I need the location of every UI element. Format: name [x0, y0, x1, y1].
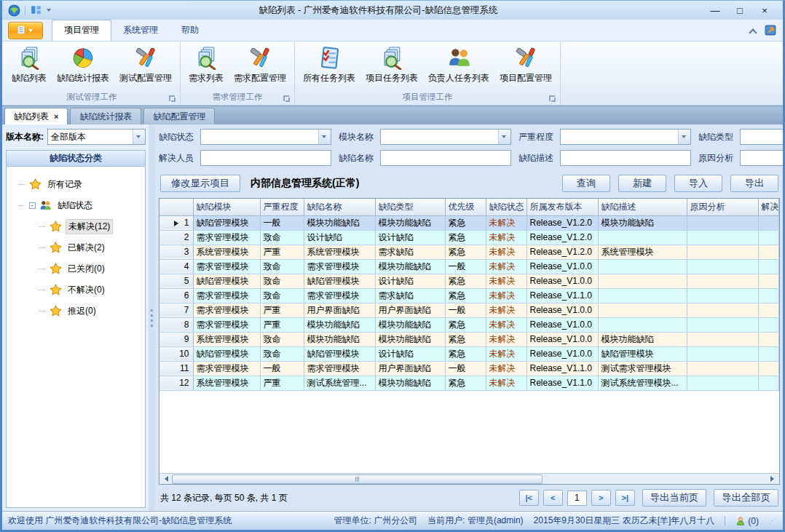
table-cell[interactable]: [598, 259, 687, 274]
table-cell[interactable]: [598, 288, 687, 303]
column-header[interactable]: 缺陷模块: [193, 199, 260, 215]
table-cell[interactable]: 设计缺陷: [304, 230, 375, 245]
filter-combobox[interactable]: [380, 129, 511, 145]
table-cell[interactable]: 致命: [260, 288, 304, 303]
chevron-down-icon[interactable]: [318, 130, 331, 144]
table-cell[interactable]: 未解决: [486, 274, 526, 288]
table-cell[interactable]: 系统管理模块: [193, 332, 260, 346]
table-cell[interactable]: 紧急: [445, 332, 486, 346]
table-cell[interactable]: [687, 361, 758, 376]
table-cell[interactable]: Release_V1.2.0: [526, 215, 598, 230]
table-cell[interactable]: Release_V1.0.0: [526, 303, 598, 317]
scrollbar-thumb[interactable]: [172, 475, 543, 484]
table-row[interactable]: 2需求管理模块致命设计缺陷设计缺陷紧急未解决Release_V1.2.0: [159, 230, 779, 245]
page-number-input[interactable]: [567, 491, 587, 506]
filter-input-field[interactable]: [201, 151, 331, 165]
maximize-button[interactable]: □: [727, 5, 752, 16]
column-header[interactable]: 严重程度: [260, 199, 304, 215]
filter-combobox[interactable]: [560, 129, 691, 145]
table-cell[interactable]: 紧急: [445, 288, 486, 303]
table-cell[interactable]: 紧急: [445, 274, 486, 288]
ribbon-button-defect-list[interactable]: 缺陷列表: [7, 44, 52, 87]
table-cell[interactable]: 模块功能缺陷: [304, 317, 375, 332]
table-cell[interactable]: 严重: [260, 317, 304, 332]
tree-item[interactable]: 不解决(0): [8, 279, 143, 301]
column-header[interactable]: 所属发布版本: [526, 199, 598, 215]
table-cell[interactable]: 模块功能缺陷: [598, 215, 687, 230]
table-cell[interactable]: 需求管理模块: [193, 303, 260, 317]
table-cell[interactable]: 模块功能缺陷: [598, 332, 687, 346]
table-cell[interactable]: [598, 317, 687, 332]
table-cell[interactable]: [687, 245, 758, 259]
table-cell[interactable]: Release_V1.2.0: [526, 245, 598, 259]
table-cell[interactable]: [758, 215, 779, 230]
table-cell[interactable]: 致命: [260, 274, 304, 288]
table-cell[interactable]: 模块功能缺陷: [375, 376, 445, 390]
close-button[interactable]: ×: [752, 5, 777, 16]
table-cell[interactable]: 缺陷管理模块: [193, 215, 260, 230]
table-cell[interactable]: [687, 259, 758, 274]
row-header[interactable]: 9: [159, 332, 193, 346]
table-cell[interactable]: 设计缺陷: [375, 274, 445, 288]
table-cell[interactable]: 需求管理模块: [304, 259, 375, 274]
horizontal-scrollbar[interactable]: [159, 473, 779, 484]
table-cell[interactable]: 用户界面缺陷: [304, 303, 375, 317]
table-cell[interactable]: 未解决: [486, 317, 526, 332]
table-cell[interactable]: [598, 303, 687, 317]
table-cell[interactable]: 缺陷管理模块: [193, 274, 260, 288]
table-cell[interactable]: 模块功能缺陷: [375, 332, 445, 346]
table-cell[interactable]: 未解决: [486, 215, 526, 230]
table-cell[interactable]: 需求管理模块: [193, 288, 260, 303]
table-cell[interactable]: [758, 259, 779, 274]
filter-input-field[interactable]: [381, 151, 510, 165]
table-row[interactable]: 4需求管理模块致命需求管理模块模块功能缺陷一般未解决Release_V1.0.0: [159, 259, 779, 274]
filter-input-field[interactable]: [381, 130, 498, 144]
table-cell[interactable]: [687, 317, 758, 332]
scroll-right-icon[interactable]: [768, 474, 779, 484]
table-cell[interactable]: Release_V1.0.0: [526, 317, 598, 332]
table-cell[interactable]: [687, 288, 758, 303]
table-cell[interactable]: 系统管理模块: [193, 245, 260, 259]
row-header[interactable]: 1: [159, 215, 193, 230]
ribbon-button-project-tasks[interactable]: 项目任务列表: [360, 44, 423, 87]
table-cell[interactable]: 需求管理模块: [193, 230, 260, 245]
export-all-pages-button[interactable]: 导出全部页: [714, 489, 778, 507]
table-cell[interactable]: 需求缺陷: [375, 288, 445, 303]
table-cell[interactable]: [687, 376, 758, 390]
tree-item[interactable]: 已解决(2): [8, 237, 143, 258]
next-page-button[interactable]: >: [591, 490, 611, 506]
table-cell[interactable]: Release_V1.1.0: [526, 288, 598, 303]
table-row[interactable]: 12系统管理模块严重测试系统管理...模块功能缺陷紧急未解决Release_V1…: [159, 376, 779, 390]
table-cell[interactable]: 紧急: [445, 245, 486, 259]
ribbon-button-requirement-list[interactable]: 需求列表: [184, 44, 229, 87]
minimize-button[interactable]: —: [703, 5, 727, 16]
table-cell[interactable]: 一般: [445, 361, 486, 376]
tree-item[interactable]: 已关闭(0): [8, 258, 143, 279]
app-badge-icon[interactable]: [765, 24, 777, 39]
table-cell[interactable]: 紧急: [445, 376, 486, 390]
table-cell[interactable]: 致命: [260, 259, 304, 274]
scroll-left-icon[interactable]: [159, 474, 170, 484]
table-cell[interactable]: [687, 274, 758, 288]
table-cell[interactable]: 需求管理模块: [304, 361, 375, 376]
table-cell[interactable]: 致命: [260, 346, 304, 361]
table-cell[interactable]: [758, 230, 779, 245]
table-row[interactable]: 11需求管理模块一般需求管理模块用户界面缺陷一般未解决Release_V1.1.…: [159, 361, 779, 376]
table-cell[interactable]: [758, 303, 779, 317]
table-row[interactable]: 6需求管理模块致命需求管理模块需求缺陷紧急未解决Release_V1.1.0: [159, 288, 779, 303]
table-cell[interactable]: [758, 361, 779, 376]
table-cell[interactable]: [687, 215, 758, 230]
row-header[interactable]: 3: [159, 245, 193, 259]
table-cell[interactable]: 测试系统管理...: [304, 376, 375, 390]
row-header[interactable]: 4: [159, 259, 193, 274]
column-header[interactable]: 缺陷类型: [375, 199, 445, 215]
quick-access-toolbar-icon[interactable]: [30, 4, 42, 17]
filter-combobox[interactable]: [200, 129, 331, 145]
table-cell[interactable]: 设计缺陷: [375, 230, 445, 245]
table-cell[interactable]: 缺陷管理模块: [193, 346, 260, 361]
table-cell[interactable]: 紧急: [445, 346, 486, 361]
prev-page-button[interactable]: <: [543, 490, 563, 506]
row-header[interactable]: 11: [159, 361, 193, 376]
doc-tab-defect-config[interactable]: 缺陷配置管理: [143, 108, 215, 124]
filter-combobox[interactable]: [740, 129, 783, 145]
